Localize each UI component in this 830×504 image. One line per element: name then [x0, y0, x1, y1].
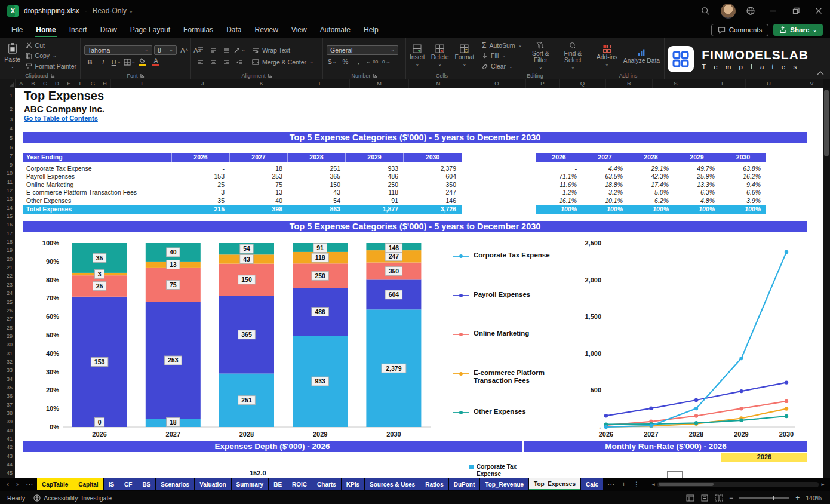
expense-cell[interactable]: 54 [288, 197, 346, 205]
minimize-button[interactable] [762, 0, 785, 21]
row-header-2[interactable]: 2 [0, 103, 15, 115]
menu-tab-draw[interactable]: Draw [94, 21, 124, 38]
row-header-28[interactable]: 28 [0, 324, 15, 332]
vertical-scrollbar[interactable] [823, 88, 830, 478]
stacked-bar-chart[interactable]: 100%90%80%70%60%50%40%30%20%10%0%2026202… [33, 237, 439, 445]
italic-button[interactable]: I [97, 57, 109, 67]
total-cell[interactable]: 215 [172, 205, 230, 214]
format-painter-button[interactable]: Format Painter [26, 62, 76, 72]
number-format-select[interactable]: General⌄ [327, 45, 398, 55]
column-header-U[interactable]: U [746, 79, 792, 88]
dialog-launcher-icon[interactable] [373, 73, 377, 78]
vertical-scrollbar-thumb[interactable] [824, 90, 829, 156]
expense-cell[interactable]: 49.7% [674, 165, 720, 173]
more-sheets-button[interactable]: ⋯ [604, 480, 617, 488]
align-top-button[interactable] [195, 45, 206, 55]
sheet-tab-capital[interactable]: Capital [73, 478, 103, 490]
row-header-24[interactable]: 24 [0, 289, 15, 297]
expense-cell[interactable]: 25.9% [674, 173, 720, 181]
year-header[interactable]: 2027 [582, 153, 628, 162]
row-header-20[interactable]: 20 [0, 255, 15, 263]
expense-cell[interactable]: 251 [288, 165, 346, 173]
expense-label[interactable]: Online Marketing [23, 181, 172, 189]
column-header-Q[interactable]: Q [560, 79, 606, 88]
merge-center-button[interactable]: Merge & Center⌄ [252, 57, 313, 67]
sort-filter-button[interactable]: Sort & Filter⌄ [526, 40, 555, 72]
font-size-select[interactable]: 8⌄ [154, 45, 177, 55]
expense-cell[interactable]: - [536, 165, 582, 173]
total-row[interactable]: 100%100%100%100%100% [536, 205, 766, 214]
cut-button[interactable]: Cut [26, 40, 76, 50]
sheet-tab-kpis[interactable]: KPIs [342, 478, 364, 490]
table-header-row[interactable]: Year Ending20262027202820292030 [23, 153, 462, 162]
expense-cell[interactable]: 6.6% [720, 189, 766, 197]
total-cell[interactable]: 100% [720, 205, 766, 214]
expense-cell[interactable]: 250 [346, 181, 404, 189]
row-header-19[interactable]: 19 [0, 246, 15, 254]
expense-cell[interactable]: 10.1% [582, 197, 628, 205]
expense-cell[interactable]: 350 [404, 181, 462, 189]
expense-cell[interactable]: 247 [404, 189, 462, 197]
row-header-30[interactable]: 30 [0, 340, 15, 349]
expense-percent-table[interactable]: 20262027202820292030-4.4%29.1%49.7%63.8%… [536, 153, 766, 214]
next-sheet-button[interactable]: › [13, 480, 21, 488]
orientation-button[interactable]: ⌄ [234, 45, 245, 55]
row-header-42[interactable]: 42 [0, 443, 15, 451]
format-cells-button[interactable]: Format⌄ [454, 40, 474, 72]
year-header[interactable]: 2026 [536, 153, 582, 162]
row-header-1[interactable]: 1 [0, 88, 15, 103]
sheet-canvas[interactable]: Top Expenses ABC Company Inc. Go to Tabl… [15, 88, 823, 478]
row-header-7[interactable]: 7 [0, 152, 15, 161]
expense-label[interactable]: E-commerce Platform Transaction Fees [23, 189, 172, 197]
align-bottom-button[interactable] [221, 45, 232, 55]
globe-icon[interactable] [739, 0, 762, 21]
expense-row[interactable]: Online Marketing2575150250350 [23, 181, 462, 189]
paste-button[interactable]: Paste⌄ [4, 40, 21, 72]
total-label[interactable]: Total Expenses [23, 205, 172, 214]
menu-tab-page-layout[interactable]: Page Layout [124, 21, 177, 38]
zoom-out-icon[interactable]: − [729, 494, 733, 502]
column-header-H[interactable]: H [99, 79, 111, 88]
expense-cell[interactable]: 3.2% [582, 189, 628, 197]
row-header-26[interactable]: 26 [0, 306, 15, 315]
expense-cell[interactable]: 29.1% [628, 165, 674, 173]
total-cell[interactable]: 100% [674, 205, 720, 214]
increase-decimal-button[interactable]: ←.00 [366, 57, 378, 67]
expense-cell[interactable]: 40 [230, 197, 288, 205]
sheet-tab-summary[interactable]: Summary [232, 478, 269, 490]
dialog-launcher-icon[interactable] [51, 73, 55, 78]
total-cell[interactable]: 100% [582, 205, 628, 214]
expense-label[interactable]: Corporate Tax Expense [23, 165, 172, 173]
expense-cell[interactable]: 604 [404, 173, 462, 181]
expense-row[interactable]: -4.4%29.1%49.7%63.8% [536, 165, 766, 173]
expense-cell[interactable]: 63.8% [720, 165, 766, 173]
font-family-select[interactable]: Tahoma⌄ [84, 45, 152, 55]
expense-cell[interactable]: 9.4% [720, 181, 766, 189]
select-all-corner[interactable] [0, 79, 16, 88]
column-header-C[interactable]: C [39, 79, 51, 88]
collapse-ribbon-button[interactable] [817, 67, 824, 78]
column-header-K[interactable]: K [232, 79, 291, 88]
find-select-button[interactable]: Find & Select⌄ [559, 40, 586, 72]
expense-cell[interactable]: 4.4% [582, 165, 628, 173]
row-header-23[interactable]: 23 [0, 281, 15, 289]
expense-cell[interactable]: 4.8% [674, 197, 720, 205]
expense-row[interactable]: 1.2%3.2%5.0%6.3%6.6% [536, 189, 766, 197]
row-header-34[interactable]: 34 [0, 375, 15, 383]
column-header-P[interactable]: P [526, 79, 560, 88]
column-header-G[interactable]: G [87, 79, 99, 88]
column-header-M[interactable]: M [350, 79, 409, 88]
sheet-tab-valuation[interactable]: Valuation [195, 478, 230, 490]
row-header-43[interactable]: 43 [0, 452, 15, 460]
row-header-25[interactable]: 25 [0, 298, 15, 306]
close-button[interactable] [807, 0, 830, 21]
expense-row[interactable]: Other Expenses35405491146 [23, 197, 462, 205]
comments-button[interactable]: Comments [711, 24, 769, 36]
percent-format-button[interactable]: % [340, 57, 351, 67]
expense-cell[interactable]: 13 [230, 189, 288, 197]
expense-label[interactable]: Payroll Expenses [23, 173, 172, 181]
row-header-36[interactable]: 36 [0, 392, 15, 400]
accessibility-status[interactable]: Accessibility: Investigate [33, 494, 112, 502]
sheet-tab-dupont[interactable]: DuPont [449, 478, 480, 490]
zoom-in-icon[interactable]: + [795, 494, 800, 502]
